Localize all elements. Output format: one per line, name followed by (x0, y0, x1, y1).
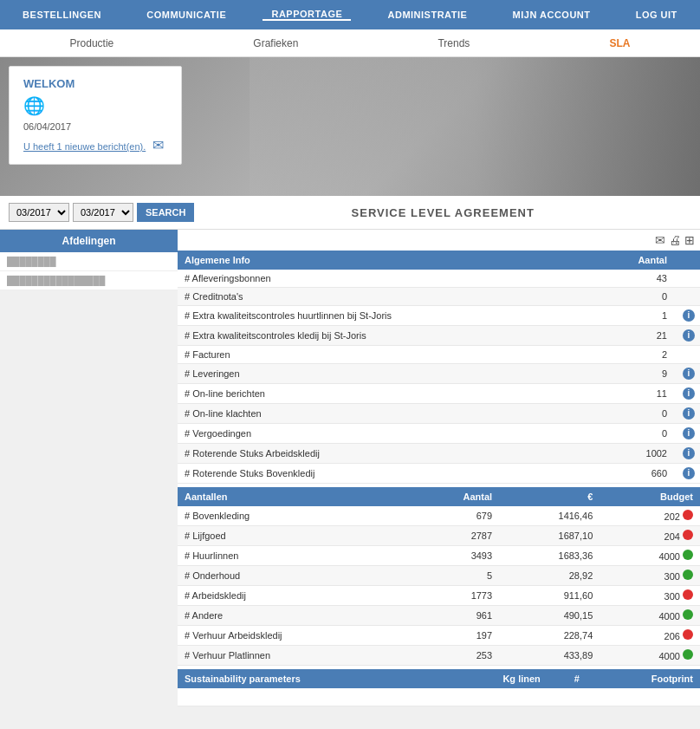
to-month-select[interactable]: 03/2017 (73, 203, 133, 222)
info-icon[interactable]: i (683, 309, 695, 322)
row-info[interactable]: i (674, 306, 700, 326)
nav-mijn-account[interactable]: MIJN ACCOUNT (504, 10, 600, 20)
row-aantal: 3493 (410, 546, 499, 566)
row-label: # Huurlinnen (178, 546, 410, 566)
sub-navigation: Productie Grafieken Trends SLA (0, 29, 700, 57)
main-content: Afdelingen ████████ ████████████████ ✉ 🖨… (0, 230, 700, 706)
row-label: # Extra kwaliteitscontroles huurtlinnen … (178, 306, 593, 326)
row-euro: 1416,46 (499, 506, 600, 526)
row-info[interactable]: i (674, 424, 700, 444)
message-area: U heeft 1 nieuwe bericht(en). ✉ (23, 137, 167, 153)
row-label: # Vergoedingen (178, 424, 593, 444)
row-budget: 202 (600, 506, 700, 526)
welcome-box: WELKOM 🌐 06/04/2017 U heeft 1 nieuwe ber… (9, 66, 182, 165)
table-row: # Facturen 2 (178, 346, 700, 364)
row-aantal: 9 (593, 364, 674, 384)
table-area: ✉ 🖨 ⊞ Algemene Info Aantal # Afleverings… (178, 230, 700, 706)
status-dot (683, 530, 693, 540)
aantallen-table: Aantallen Aantal € Budget # Bovenkleding… (178, 487, 700, 666)
table-row: # Verhuur Arbeidskledij 197 228,74 206 (178, 626, 700, 646)
export-icon[interactable]: ⊞ (684, 233, 695, 247)
row-info[interactable]: i (674, 384, 700, 404)
info-icon[interactable]: i (683, 368, 695, 380)
row-label: # Verhuur Platlinnen (178, 646, 410, 666)
table-row: # Arbeidskledij 1773 911,60 300 (178, 586, 700, 606)
row-aantal: 1773 (410, 586, 499, 606)
row-budget: 4000 (600, 646, 700, 666)
info-icon[interactable]: i (683, 467, 695, 479)
info-icon[interactable]: i (683, 329, 695, 342)
banner-overlay (250, 57, 700, 196)
sla-title: SERVICE LEVEL AGREEMENT (194, 206, 691, 219)
table-row: # Onderhoud 5 28,92 300 (178, 566, 700, 586)
col-hash-sustain: # (548, 669, 587, 688)
search-button[interactable]: SEARCH (137, 203, 194, 222)
sidebar-item-1[interactable]: ████████ (0, 252, 178, 271)
email-icon[interactable]: ✉ (655, 233, 665, 247)
row-label: # Roterende Stuks Bovenkledij (178, 464, 593, 484)
sidebar-header: Afdelingen (0, 230, 178, 252)
col-label-aantallen: Aantallen (178, 487, 410, 506)
row-info[interactable]: i (674, 444, 700, 464)
row-info[interactable]: i (674, 404, 700, 424)
nav-administratie[interactable]: ADMINISTRATIE (379, 10, 476, 20)
row-label: # Lijfgoed (178, 526, 410, 546)
info-icon[interactable]: i (683, 447, 695, 459)
row-aantal: 660 (593, 464, 674, 484)
table-row: # Extra kwaliteitscontroles kledij bij S… (178, 326, 700, 346)
row-label: # Bovenkleding (178, 506, 410, 526)
col-label-sustain: Sustainability parameters (178, 669, 443, 688)
table-row: # Verhuur Platlinnen 253 433,89 4000 (178, 646, 700, 666)
row-label: # Afleveringsbonnen (178, 270, 593, 288)
row-aantal: 1 (593, 306, 674, 326)
subnav-trends[interactable]: Trends (429, 37, 478, 49)
row-budget: 4000 (600, 546, 700, 566)
subnav-sla[interactable]: SLA (600, 37, 638, 49)
nav-bestellingen[interactable]: BESTELLINGEN (14, 10, 110, 20)
from-month-select[interactable]: 03/2017 (9, 203, 69, 222)
row-euro: 1687,10 (499, 526, 600, 546)
info-icon[interactable]: i (683, 427, 695, 439)
row-aantal: 0 (593, 424, 674, 444)
row-aantal: 43 (593, 270, 674, 288)
filter-bar: 03/2017 03/2017 SEARCH SERVICE LEVEL AGR… (0, 196, 700, 230)
print-icon[interactable]: 🖨 (669, 233, 681, 247)
nav-log-uit[interactable]: LOG UIT (627, 10, 686, 20)
row-aantal: 11 (593, 384, 674, 404)
table-row: # Creditnota's 0 (178, 288, 700, 306)
welcome-date: 06/04/2017 (23, 121, 167, 132)
status-dot (683, 510, 693, 520)
info-icon[interactable]: i (683, 407, 695, 420)
row-info[interactable]: i (674, 326, 700, 346)
status-dot (683, 609, 693, 620)
table-row: # On-line klachten 0 i (178, 404, 700, 424)
subnav-productie[interactable]: Productie (62, 37, 123, 49)
row-euro: 911,60 (499, 586, 600, 606)
row-label: # Roterende Stuks Arbeidskledij (178, 444, 593, 464)
status-dot (683, 550, 693, 560)
row-aantal: 197 (410, 626, 499, 646)
nav-rapportage[interactable]: RAPPORTAGE (262, 9, 351, 21)
sustain-empty-row (178, 688, 700, 706)
row-label: # On-line berichten (178, 384, 593, 404)
info-icon[interactable]: i (683, 387, 695, 400)
row-info[interactable]: i (674, 364, 700, 384)
col-extra-algemeen (674, 251, 700, 270)
row-label: # Facturen (178, 346, 593, 364)
status-dot (683, 629, 693, 640)
row-aantal: 0 (593, 288, 674, 306)
row-info[interactable]: i (674, 464, 700, 484)
sidebar-item-2[interactable]: ████████████████ (0, 271, 178, 290)
row-euro: 28,92 (499, 566, 600, 586)
row-label: # Onderhoud (178, 566, 410, 586)
nav-communicatie[interactable]: COMMUNICATIE (138, 10, 235, 20)
row-aantal: 1002 (593, 444, 674, 464)
subnav-grafieken[interactable]: Grafieken (244, 37, 307, 49)
aantallen-header: Aantallen Aantal € Budget (178, 487, 700, 506)
status-dot (683, 570, 693, 580)
row-euro: 228,74 (499, 626, 600, 646)
message-link[interactable]: U heeft 1 nieuwe bericht(en). (23, 141, 146, 152)
row-info (674, 270, 700, 288)
algemene-info-header: Algemene Info Aantal (178, 251, 700, 270)
row-info (674, 288, 700, 306)
